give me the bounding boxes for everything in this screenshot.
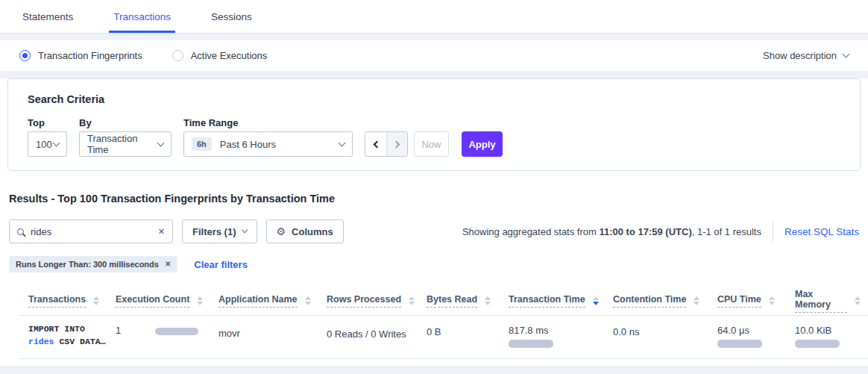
- time-range-select[interactable]: 6h Past 6 Hours: [183, 131, 353, 157]
- stats-suffix: , 1-1 of 1 results: [692, 226, 761, 237]
- cpu-time-bar: [717, 340, 762, 348]
- filter-pill-label: Runs Longer Than: 300 milliseconds: [16, 260, 159, 269]
- time-range-field-label: Time Range: [183, 117, 238, 128]
- sort-icon: [769, 296, 775, 305]
- execution-count-value: 1: [116, 325, 121, 336]
- column-header-rows-processed[interactable]: Rows Processed: [327, 294, 427, 308]
- stats-prefix: Showing aggregated stats from: [462, 226, 600, 237]
- columns-button-label: Columns: [292, 226, 333, 237]
- chevron-left-icon: [374, 140, 381, 148]
- by-select[interactable]: Transaction Time: [79, 131, 172, 157]
- columns-button[interactable]: ⚙ Columns: [266, 219, 344, 243]
- contention-time-value: 0.0 ns: [613, 326, 639, 337]
- radio-active-executions[interactable]: Active Executions: [172, 50, 268, 61]
- table-row: IMPORT INTOrides CSV DATA… 1 movr 0 Read…: [0, 316, 868, 358]
- chevron-down-icon: [53, 139, 60, 146]
- sort-icon: [197, 296, 203, 305]
- chevron-down-icon: [843, 51, 850, 58]
- sort-icon: [305, 296, 311, 305]
- radio-selected-icon: [19, 50, 31, 61]
- time-range-next-button[interactable]: [386, 132, 407, 156]
- execution-count-bar: [155, 328, 198, 335]
- sort-icon: [409, 296, 415, 305]
- table-header-row: Transactions Execution Count Application…: [0, 287, 868, 315]
- by-select-value: Transaction Time: [87, 133, 158, 155]
- column-header-transactions[interactable]: Transactions: [28, 294, 116, 308]
- sort-desc-icon: [593, 296, 599, 305]
- column-header-max-memory[interactable]: Max Memory: [795, 289, 861, 313]
- search-icon: [17, 228, 24, 235]
- time-range-prev-button[interactable]: [365, 132, 386, 156]
- chevron-down-icon: [241, 227, 247, 233]
- sort-icon: [855, 296, 861, 305]
- time-range-arrows: [365, 131, 408, 157]
- now-button[interactable]: Now: [414, 131, 449, 157]
- vertical-divider: [773, 222, 773, 242]
- max-memory-bar: [795, 340, 840, 348]
- remove-filter-icon[interactable]: ✕: [165, 261, 171, 268]
- column-header-contention-time[interactable]: Contention Time: [613, 294, 717, 308]
- reset-sql-stats-link[interactable]: Reset SQL Stats: [784, 226, 859, 237]
- column-header-transaction-time[interactable]: Transaction Time: [509, 294, 613, 308]
- show-description-label: Show description: [763, 50, 837, 61]
- column-header-execution-count[interactable]: Execution Count: [116, 294, 218, 308]
- cpu-time-value: 64.0 µs: [717, 325, 795, 336]
- bytes-read-value: 0 B: [427, 326, 441, 337]
- gear-icon: ⚙: [277, 226, 286, 237]
- rows-processed-value: 0 Reads / 0 Writes: [327, 328, 406, 340]
- transaction-time-value: 817.8 ms: [509, 325, 613, 336]
- search-input[interactable]: [31, 226, 158, 237]
- radio-label: Transaction Fingerprints: [38, 50, 142, 61]
- clear-search-icon[interactable]: ✕: [158, 228, 165, 236]
- max-memory-value: 10.0 KiB: [795, 325, 861, 336]
- results-title: Results - Top 100 Transaction Fingerprin…: [9, 193, 335, 205]
- search-criteria-card: Search Criteria Top By Time Range 100 Tr…: [7, 78, 861, 171]
- results-controls-row: ✕ Filters (1) ⚙ Columns Showing aggregat…: [9, 219, 859, 243]
- show-description-toggle[interactable]: Show description: [763, 50, 849, 61]
- results-table: Transactions Execution Count Application…: [0, 287, 868, 359]
- chevron-down-icon: [157, 139, 165, 146]
- background-band: [0, 366, 868, 374]
- tab-statements[interactable]: Statements: [18, 0, 78, 33]
- clear-filters-link[interactable]: Clear filters: [194, 259, 248, 270]
- view-toggle-bar: Transaction Fingerprints Active Executio…: [0, 40, 868, 71]
- chevron-right-icon: [392, 140, 400, 148]
- tab-sessions[interactable]: Sessions: [207, 0, 257, 33]
- chevron-down-icon: [339, 139, 346, 146]
- top-tab-bar: Statements Transactions Sessions: [0, 0, 868, 34]
- apply-button[interactable]: Apply: [462, 131, 503, 157]
- transaction-fingerprint-link[interactable]: rides: [28, 337, 54, 346]
- filter-pill: Runs Longer Than: 300 milliseconds ✕: [9, 256, 177, 272]
- background-band: [0, 34, 868, 40]
- top-field-label: Top: [28, 117, 45, 128]
- top-select-value: 100: [36, 139, 52, 150]
- tab-transactions[interactable]: Transactions: [109, 0, 175, 33]
- sort-icon: [485, 296, 491, 305]
- sort-icon: [93, 296, 99, 305]
- active-filters-row: Runs Longer Than: 300 milliseconds ✕ Cle…: [9, 256, 248, 272]
- filters-button-label: Filters (1): [192, 226, 236, 237]
- filters-button[interactable]: Filters (1): [182, 219, 257, 243]
- row-divider: [19, 358, 868, 359]
- radio-transaction-fingerprints[interactable]: Transaction Fingerprints: [19, 50, 142, 61]
- column-header-cpu-time[interactable]: CPU Time: [717, 294, 795, 308]
- top-select[interactable]: 100: [28, 131, 67, 157]
- stats-time-range: 11:00 to 17:59 (UTC): [599, 226, 691, 237]
- sort-icon: [694, 296, 699, 305]
- transaction-statement: IMPORT INTOrides CSV DATA…: [28, 322, 116, 348]
- transaction-time-bar: [509, 340, 553, 348]
- radio-unselected-icon: [172, 50, 183, 61]
- transactions-page: Statements Transactions Sessions Transac…: [0, 0, 868, 374]
- stats-summary: Showing aggregated stats from 11:00 to 1…: [462, 226, 761, 237]
- column-header-bytes-read[interactable]: Bytes Read: [427, 294, 509, 308]
- radio-label: Active Executions: [191, 50, 268, 61]
- column-header-application-name[interactable]: Application Name: [218, 294, 327, 308]
- search-box: ✕: [9, 219, 173, 243]
- search-criteria-title: Search Criteria: [28, 93, 104, 105]
- time-range-badge: 6h: [192, 137, 212, 151]
- by-field-label: By: [79, 117, 92, 128]
- background-band: [0, 71, 868, 78]
- application-name-value: movr: [218, 328, 240, 339]
- time-range-value: Past 6 Hours: [220, 139, 276, 150]
